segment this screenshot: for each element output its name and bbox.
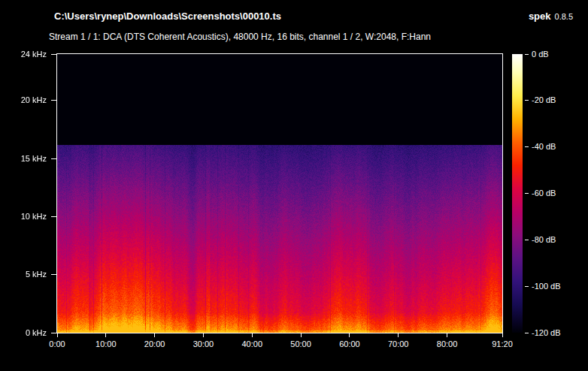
y-tick-mark <box>51 216 56 217</box>
y-tick-mark <box>51 274 56 275</box>
x-tick-label: 40:00 <box>229 339 274 349</box>
app-version-badge: spek 0.8.5 <box>529 11 573 22</box>
x-tick-mark <box>252 333 253 337</box>
spek-window: { "header": { "title": "C:\\Users\\rynep… <box>0 0 588 371</box>
x-tick-mark <box>57 333 58 337</box>
legend-tick-mark <box>525 193 529 194</box>
y-tick-mark <box>51 333 56 333</box>
legend-tick-mark <box>525 54 529 55</box>
y-tick-label: 10 kHz <box>0 212 47 222</box>
y-tick-label: 24 kHz <box>0 50 47 59</box>
legend-tick-mark <box>525 333 529 333</box>
app-name: spek <box>529 11 551 22</box>
x-tick-mark <box>154 333 155 337</box>
stream-info: Stream 1 / 1: DCA (DTS Coherent Acoustic… <box>49 32 431 42</box>
version-number: 0.8.5 <box>555 12 573 21</box>
y-tick-label: 20 kHz <box>0 95 47 105</box>
y-tick-label: 15 kHz <box>0 154 47 164</box>
x-tick-label: 50:00 <box>278 339 323 349</box>
legend-tick-label: -40 dB <box>532 142 556 152</box>
legend-tick-mark <box>525 146 529 147</box>
legend-tick-label: -120 dB <box>532 328 561 338</box>
legend-tick-label: -100 dB <box>532 282 561 291</box>
legend-tick-mark <box>525 100 529 101</box>
legend-tick-label: -80 dB <box>532 235 556 245</box>
x-tick-mark <box>301 333 302 337</box>
y-tick-mark <box>51 158 56 159</box>
spectrogram-canvas <box>57 54 502 333</box>
x-tick-mark <box>398 333 399 337</box>
spectrogram-plot <box>56 53 503 333</box>
x-tick-mark <box>105 333 106 337</box>
legend-gradient <box>512 54 523 333</box>
file-path-title: C:\Users\rynep\Downloads\Screenshots\000… <box>54 11 281 22</box>
x-tick-mark <box>502 333 503 337</box>
x-tick-mark <box>349 333 350 337</box>
x-tick-label: 91:20 <box>480 339 525 349</box>
legend-tick-mark <box>525 240 529 240</box>
x-tick-label: 10:00 <box>83 339 129 349</box>
legend-tick-mark <box>525 286 529 287</box>
legend-tick-label: -60 dB <box>532 189 556 198</box>
x-tick-mark <box>203 333 204 337</box>
legend-tick-label: -20 dB <box>532 95 556 105</box>
x-tick-label: 30:00 <box>180 339 226 349</box>
y-tick-label: 0 kHz <box>0 328 47 338</box>
x-tick-label: 70:00 <box>376 339 421 349</box>
y-tick-label: 5 kHz <box>0 270 47 279</box>
x-tick-label: 80:00 <box>425 339 470 349</box>
x-tick-mark <box>447 333 447 337</box>
legend-tick-label: 0 dB <box>532 50 549 59</box>
y-tick-mark <box>51 100 56 101</box>
x-tick-label: 0:00 <box>35 339 80 349</box>
y-tick-mark <box>51 54 56 55</box>
x-tick-label: 20:00 <box>132 339 177 349</box>
x-tick-label: 60:00 <box>327 339 372 349</box>
